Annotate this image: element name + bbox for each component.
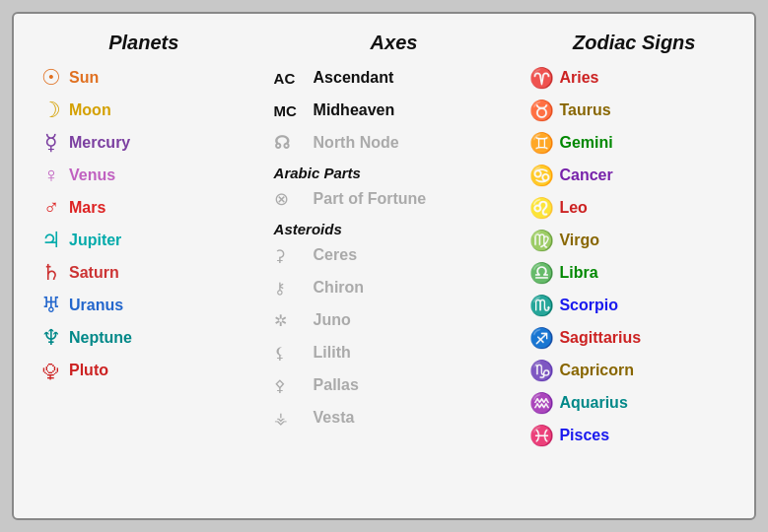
main-card: Planets ☉Sun☽Moon☿Mercury♀Venus♂Mars♃Jup…	[12, 12, 756, 520]
zodiac-row: ♉Taurus	[524, 97, 744, 124]
zodiac-row: ♈Aries	[524, 64, 744, 92]
axes-symbol: AC	[274, 70, 314, 87]
arabic-symbol: ⊗	[274, 188, 314, 210]
planet-row: ⯓Pluto	[34, 357, 254, 384]
zodiac-symbol: ♎	[524, 261, 559, 285]
planet-label: Pluto	[69, 362, 108, 379]
zodiac-label: Cancer	[559, 166, 612, 184]
zodiac-symbol: ♒	[524, 391, 559, 415]
planet-row: ☽Moon	[34, 97, 254, 124]
axes-row: MCMidheaven	[274, 97, 515, 124]
zodiac-label: Sagittarius	[559, 329, 641, 347]
planet-label: Jupiter	[69, 232, 121, 249]
zodiac-symbol: ♋	[524, 164, 559, 187]
zodiac-row: ♍Virgo	[524, 227, 744, 254]
zodiac-row: ♊Gemini	[524, 129, 744, 157]
planet-symbol: ♅	[34, 293, 69, 318]
zodiac-label: Scorpio	[559, 297, 618, 314]
planet-row: ♆Neptune	[34, 324, 254, 352]
zodiac-label: Taurus	[559, 101, 610, 119]
zodiac-symbol: ♊	[524, 131, 559, 155]
arabic-parts-header: Arabic Parts	[274, 165, 515, 181]
axes-row: ACAscendant	[274, 64, 515, 92]
axes-header: Axes	[274, 32, 515, 54]
planet-label: Mercury	[69, 134, 130, 152]
asteroid-row: ⚴Pallas	[274, 371, 515, 399]
planet-symbol: ♃	[34, 228, 69, 253]
zodiac-symbol: ♐	[524, 326, 559, 350]
axes-label: Midheaven	[314, 101, 395, 119]
planet-row: ♅Uranus	[34, 292, 254, 319]
zodiac-symbol: ♍	[524, 229, 559, 252]
planet-symbol: ☽	[34, 98, 69, 123]
asteroid-label: Juno	[314, 311, 351, 329]
zodiac-label: Leo	[559, 199, 587, 217]
planet-label: Neptune	[69, 329, 132, 347]
zodiac-label: Libra	[559, 264, 597, 282]
asteroid-symbol: ⚶	[274, 409, 314, 428]
planet-symbol: ♄	[34, 260, 69, 286]
zodiac-label: Virgo	[559, 232, 599, 249]
asteroid-row: ⚶Vesta	[274, 404, 515, 432]
asteroid-row: ⚸Lilith	[274, 339, 515, 366]
zodiac-row: ♎Libra	[524, 259, 744, 287]
zodiac-column: Zodiac Signs ♈Aries♉Taurus♊Gemini♋Cancer…	[514, 32, 744, 508]
asteroids-header: Asteroids	[274, 221, 515, 237]
asteroid-label: Pallas	[314, 376, 359, 394]
planet-row: ☿Mercury	[34, 129, 254, 157]
asteroid-label: Vesta	[314, 409, 355, 427]
asteroid-label: Chiron	[314, 279, 365, 297]
planet-label: Saturn	[69, 264, 119, 282]
asteroid-label: Lilith	[314, 344, 351, 362]
asteroid-row: ⚷Chiron	[274, 274, 515, 301]
axes-row: ☊North Node	[274, 129, 515, 157]
planet-symbol: ♀	[34, 163, 69, 188]
zodiac-header: Zodiac Signs	[524, 32, 744, 54]
zodiac-label: Gemini	[559, 134, 612, 152]
zodiac-label: Aquarius	[559, 394, 627, 412]
planet-row: ♃Jupiter	[34, 227, 254, 254]
zodiac-symbol: ♈	[524, 66, 559, 90]
asteroid-symbol: ⚳	[274, 246, 314, 265]
asteroid-symbol: ⚸	[274, 344, 314, 363]
planet-label: Sun	[69, 69, 99, 87]
zodiac-row: ♒Aquarius	[524, 389, 744, 417]
axes-column: Axes ACAscendantMCMidheaven☊North NodeAr…	[254, 32, 515, 508]
asteroid-label: Ceres	[314, 246, 357, 264]
axes-symbol: MC	[274, 102, 314, 119]
zodiac-row: ♑Capricorn	[524, 357, 744, 384]
planet-symbol: ♆	[34, 325, 69, 351]
asteroid-symbol: ⚷	[274, 279, 314, 298]
planets-header: Planets	[34, 32, 254, 54]
planet-label: Venus	[69, 166, 115, 184]
asteroid-symbol: ⚴	[274, 376, 314, 395]
axes-label: Ascendant	[314, 69, 394, 87]
zodiac-symbol: ♉	[524, 99, 559, 122]
zodiac-symbol: ♏	[524, 294, 559, 317]
planet-symbol: ☉	[34, 65, 69, 91]
axes-symbol: ☊	[274, 132, 314, 154]
zodiac-label: Pisces	[559, 427, 609, 444]
axes-label: North Node	[314, 134, 399, 152]
planet-label: Uranus	[69, 297, 123, 314]
asteroid-row: ⚳Ceres	[274, 241, 515, 269]
zodiac-symbol: ♓	[524, 424, 559, 447]
zodiac-row: ♌Leo	[524, 194, 744, 222]
planets-column: Planets ☉Sun☽Moon☿Mercury♀Venus♂Mars♃Jup…	[24, 32, 254, 508]
planet-row: ♄Saturn	[34, 259, 254, 287]
asteroid-row: ✲Juno	[274, 306, 515, 334]
planet-label: Mars	[69, 199, 105, 217]
zodiac-label: Aries	[559, 69, 598, 87]
planet-symbol: ♂	[34, 195, 69, 221]
arabic-row: ⊗Part of Fortune	[274, 185, 515, 213]
planet-row: ♂Mars	[34, 194, 254, 222]
arabic-label: Part of Fortune	[314, 190, 427, 208]
planet-label: Moon	[69, 101, 111, 119]
zodiac-row: ♏Scorpio	[524, 292, 744, 319]
planet-row: ♀Venus	[34, 162, 254, 189]
zodiac-row: ♓Pisces	[524, 422, 744, 449]
planet-symbol: ☿	[34, 130, 69, 156]
planet-symbol: ⯓	[34, 358, 69, 383]
zodiac-label: Capricorn	[559, 362, 634, 379]
planet-row: ☉Sun	[34, 64, 254, 92]
